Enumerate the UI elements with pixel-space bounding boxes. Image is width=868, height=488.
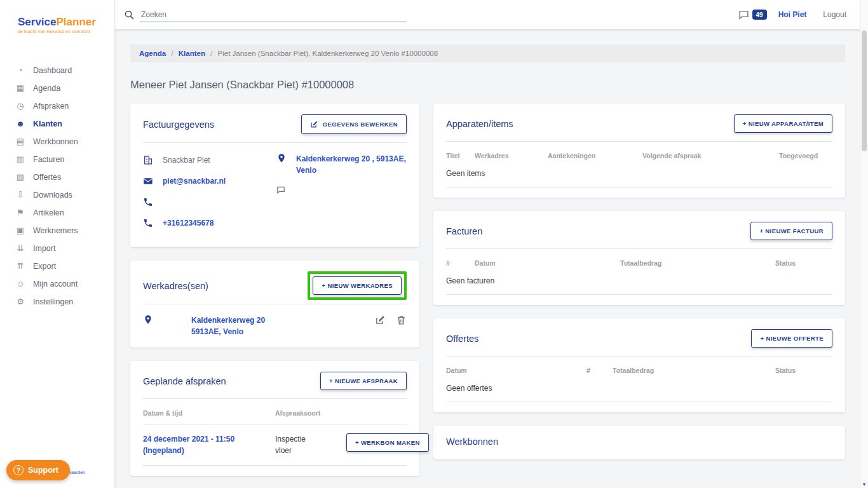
edit-icon[interactable] <box>375 315 386 325</box>
company-row: Snackbar Piet <box>143 153 270 167</box>
support-button-label: Support <box>28 466 58 475</box>
new-factuur-button[interactable]: + NIEUWE FACTUUR <box>750 222 832 240</box>
werkadres-row: Kaldenkerkerweg 20 5913AE, Venlo <box>143 315 407 337</box>
scrollbar-down-arrow[interactable]: ▾ <box>860 481 868 487</box>
new-afspraak-button[interactable]: + NIEUWE AFSPRAAK <box>320 372 407 390</box>
sidebar-item-label: Dashboard <box>33 66 72 75</box>
search-input[interactable] <box>140 8 407 22</box>
right-column: Apparaten/items + NIEUW APPARAAT/ITEM Ti… <box>433 104 845 459</box>
trash-icon[interactable] <box>396 315 407 325</box>
breadcrumb-agenda[interactable]: Agenda <box>139 50 166 57</box>
sidebar-item-import[interactable]: ⇊ Import <box>0 240 114 257</box>
new-apparaat-button[interactable]: + NIEUW APPARAAT/ITEM <box>734 114 832 133</box>
werkadres-actions <box>375 315 407 325</box>
sidebar-item-instellingen[interactable]: ⚙ Instellingen <box>0 293 114 311</box>
sidebar-item-mijn-account[interactable]: ☺ Mijn account <box>0 275 114 293</box>
column-header: Totaalbedrag <box>620 259 775 267</box>
sidebar: ServicePlanner de kracht van eenvoud en … <box>0 0 115 488</box>
comment-icon[interactable] <box>276 186 285 194</box>
breadcrumb-separator: / <box>171 50 173 57</box>
note-row <box>276 183 407 197</box>
topbar: 49 Hoi Piet Logout <box>115 0 868 29</box>
envelope-icon <box>143 176 153 186</box>
column-header: # <box>446 259 475 267</box>
column-header: Status <box>775 367 832 374</box>
scrollbar-thumb[interactable] <box>862 30 867 151</box>
calendar-icon: ▦ <box>15 83 25 93</box>
sidebar-nav: ◔ Dashboard ▦ Agenda ◷ Afspraken ☻ Klant… <box>0 62 114 311</box>
people-icon: ☻ <box>15 119 25 128</box>
mobile-link[interactable]: +31612345678 <box>163 217 214 229</box>
billing-address-link[interactable]: Kaldenkerkerweg 20 , 5913AE, Venlo <box>296 153 407 176</box>
card-header: Werkadres(sen) + NIEUW WERKADRES <box>143 271 407 304</box>
sidebar-item-dashboard[interactable]: ◔ Dashboard <box>0 62 114 79</box>
sidebar-item-artikelen[interactable]: ⚑ Artikelen <box>0 204 114 222</box>
sidebar-item-label: Agenda <box>33 84 60 93</box>
sidebar-item-facturen[interactable]: ▥ Facturen <box>0 151 114 168</box>
divider <box>143 465 407 466</box>
sidebar-item-export[interactable]: ⇈ Export <box>0 257 114 275</box>
contact-info-column: Snackbar Piet piet@snackbar.nl <box>143 153 270 237</box>
scrollbar[interactable]: ▾ <box>860 0 868 488</box>
breadcrumb: Agenda / Klanten / Piet Jansen (Snackbar… <box>130 44 845 62</box>
user-greeting-link[interactable]: Hoi Piet <box>778 10 807 19</box>
sidebar-item-downloads[interactable]: ⇩ Downloads <box>0 186 114 204</box>
afspraak-row: 24 december 2021 - 11:50 (Ingepland) Ins… <box>143 424 407 456</box>
search-bar <box>124 8 407 22</box>
card-header: Geplande afspraken + NIEUWE AFSPRAAK <box>143 372 407 399</box>
card-header: Offertes + NIEUWE OFFERTE <box>446 329 832 356</box>
column-header: Status <box>775 259 832 267</box>
sidebar-item-label: Instellingen <box>33 297 73 306</box>
topbar-right: 49 Hoi Piet Logout <box>738 10 847 20</box>
werkadres-link[interactable]: Kaldenkerkerweg 20 5913AE, Venlo <box>191 315 265 337</box>
employees-icon: ▣ <box>15 226 25 235</box>
facturen-table-header: # Datum Totaalbedrag Status <box>446 259 832 267</box>
brand-tagline: de kracht van eenvoud en overzicht <box>18 29 108 34</box>
sidebar-item-agenda[interactable]: ▦ Agenda <box>0 79 114 97</box>
breadcrumb-klanten[interactable]: Klanten <box>179 50 205 57</box>
column-header: Datum <box>446 367 587 374</box>
afspraak-datum-link[interactable]: 24 december 2021 - 11:50 (Ingepland) <box>143 433 275 456</box>
card-title: Apparaten/items <box>446 119 513 129</box>
column-header: Toegevoegd <box>779 152 832 159</box>
sidebar-item-label: Werknemers <box>33 226 78 235</box>
clock-icon: ◷ <box>15 101 25 111</box>
left-column: Factuurgegevens GEGEVENS BEWERKEN Snackb… <box>130 104 419 488</box>
address-info-column: Kaldenkerkerweg 20 , 5913AE, Venlo <box>276 153 407 237</box>
export-icon: ⇈ <box>15 261 25 271</box>
main-area: 49 Hoi Piet Logout Agenda / Klanten / Pi… <box>115 0 868 488</box>
phone-row-2: +31612345678 <box>143 216 270 230</box>
column-header: Totaalbedrag <box>613 367 775 374</box>
new-werkadres-button[interactable]: + NIEUW WERKADRES <box>313 276 402 295</box>
sidebar-item-werknemers[interactable]: ▣ Werknemers <box>0 222 114 240</box>
card-werkbonnen: Werkbonnen <box>433 426 845 459</box>
phone-icon <box>143 218 153 228</box>
chat-icon[interactable] <box>738 10 749 20</box>
support-button[interactable]: ? Support <box>6 460 70 480</box>
sidebar-item-afspraken[interactable]: ◷ Afspraken <box>0 97 114 115</box>
card-werkadressen: Werkadres(sen) + NIEUW WERKADRES Kal <box>130 261 419 348</box>
empty-state-text: Geen facturen <box>446 267 832 295</box>
edit-details-button[interactable]: GEGEVENS BEWERKEN <box>301 114 407 134</box>
email-link[interactable]: piet@snackbar.nl <box>163 175 226 187</box>
sidebar-item-label: Downloads <box>33 191 72 200</box>
card-header: Facturen + NIEUWE FACTUUR <box>446 222 832 249</box>
card-title: Offertes <box>446 334 478 344</box>
sidebar-item-label: Klanten <box>33 119 62 128</box>
logout-link[interactable]: Logout <box>823 10 846 19</box>
column-header: Datum & tijd <box>143 409 275 417</box>
sidebar-item-offertes[interactable]: ▧ Offertes <box>0 168 114 186</box>
sidebar-item-klanten[interactable]: ☻ Klanten <box>0 115 114 133</box>
card-title: Werkbonnen <box>446 437 498 447</box>
question-icon: ? <box>13 465 24 475</box>
werkbon-maken-button[interactable]: + WERKBON MAKEN <box>346 433 429 452</box>
content-area: Agenda / Klanten / Piet Jansen (Snackbar… <box>115 29 868 488</box>
map-pin-icon <box>143 315 153 325</box>
card-geplande-afspraken: Geplande afspraken + NIEUWE AFSPRAAK Dat… <box>130 361 419 476</box>
phone-row-1 <box>143 195 270 209</box>
sidebar-item-label: Mijn account <box>33 280 78 288</box>
sidebar-item-label: Export <box>33 262 56 271</box>
sidebar-item-werkbonnen[interactable]: ▤ Werkbonnen <box>0 133 114 151</box>
column-header: Datum <box>475 259 620 267</box>
new-offerte-button[interactable]: + NIEUWE OFFERTE <box>751 329 832 348</box>
